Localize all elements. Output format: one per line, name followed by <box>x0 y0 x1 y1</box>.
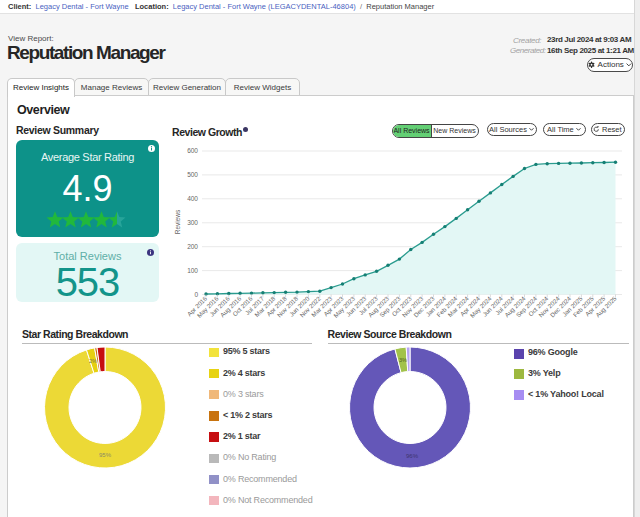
svg-text:300: 300 <box>187 219 198 226</box>
svg-text:100: 100 <box>187 267 198 274</box>
svg-text:3%: 3% <box>399 357 407 363</box>
svg-text:400: 400 <box>187 195 198 202</box>
svg-text:500: 500 <box>187 171 198 178</box>
svg-text:2%: 2% <box>89 358 97 364</box>
svg-text:0: 0 <box>194 291 198 298</box>
svg-text:600: 600 <box>187 147 198 154</box>
svg-text:95%: 95% <box>99 452 112 458</box>
svg-text:200: 200 <box>187 243 198 250</box>
svg-text:96%: 96% <box>406 453 419 459</box>
svg-text:Reviews: Reviews <box>174 209 181 234</box>
